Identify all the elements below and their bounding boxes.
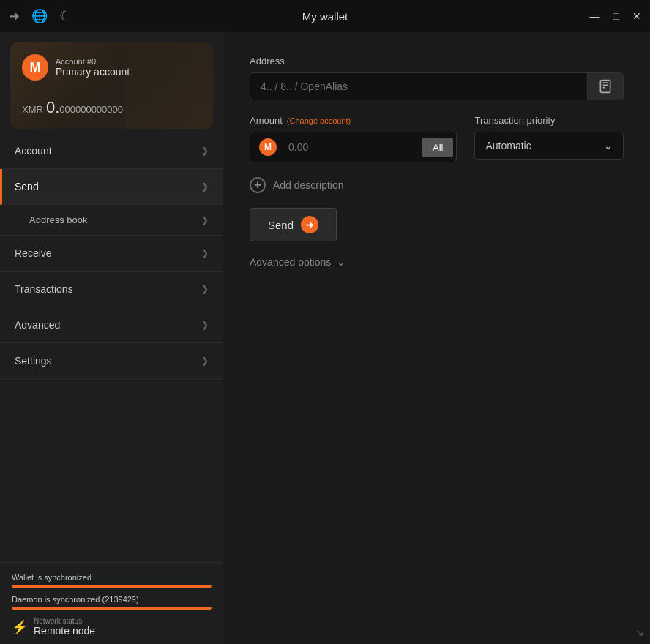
priority-chevron-icon: ⌄ — [604, 140, 613, 151]
wallet-sync-bar — [12, 585, 212, 588]
address-book-chevron-icon: ❯ — [201, 215, 209, 225]
add-description[interactable]: + Add description — [250, 177, 624, 193]
settings-chevron-icon: ❯ — [201, 356, 209, 366]
sidebar-item-transactions[interactable]: Transactions ❯ — [0, 272, 223, 307]
address-label: Address — [250, 56, 624, 67]
receive-chevron-icon: ❯ — [201, 248, 209, 258]
sidebar: M Account #0 Primary account XMR0.000000… — [0, 32, 223, 644]
amount-label-row: Amount (Change account) — [250, 115, 457, 126]
app-title: My wallet — [302, 10, 348, 23]
wallet-balance: XMR0.000000000000 — [22, 98, 201, 117]
sidebar-item-account[interactable]: Account ❯ — [0, 133, 223, 169]
address-input[interactable] — [250, 73, 587, 100]
send-label: Send — [15, 181, 39, 192]
amount-input-row: M All — [250, 132, 457, 162]
add-description-icon: + — [250, 177, 266, 193]
advanced-options-toggle[interactable]: Advanced options ⌄ — [250, 256, 624, 268]
wallet-card: M Account #0 Primary account XMR0.000000… — [10, 42, 213, 129]
network-status: ⚡ Network status Remote node — [12, 617, 212, 637]
network-status-value: Remote node — [34, 625, 95, 637]
network-status-label: Network status — [34, 617, 95, 625]
send-icon[interactable]: ➜ — [9, 8, 20, 24]
close-button[interactable]: ✕ — [632, 10, 641, 22]
address-book-button[interactable] — [587, 73, 623, 100]
wallet-sync-label: Wallet is synchronized — [12, 573, 212, 582]
transactions-chevron-icon: ❯ — [201, 284, 209, 294]
svg-rect-0 — [600, 80, 610, 93]
sidebar-item-advanced[interactable]: Advanced ❯ — [0, 307, 223, 343]
resize-handle[interactable]: ↘ — [635, 626, 644, 638]
advanced-label: Advanced — [15, 319, 60, 331]
app-body: M Account #0 Primary account XMR0.000000… — [0, 32, 650, 644]
advanced-options-label: Advanced options — [250, 256, 331, 268]
change-account-link[interactable]: (Change account) — [287, 116, 351, 125]
titlebar-left-icons: ➜ 🌐 ☾ — [9, 8, 71, 24]
account-label: Account — [15, 145, 52, 157]
minimize-button[interactable]: — — [590, 10, 600, 22]
address-input-row — [250, 72, 624, 100]
balance-decimals: 000000000000 — [59, 104, 123, 115]
monero-logo: M — [22, 54, 48, 80]
monero-small-logo: M — [259, 138, 277, 156]
network-text: Network status Remote node — [34, 617, 95, 637]
account-name: Primary account — [56, 66, 130, 78]
advanced-chevron-icon: ❯ — [201, 320, 209, 330]
daemon-sync-bar — [12, 607, 212, 610]
advanced-chevron-icon: ⌄ — [337, 256, 345, 268]
wallet-sync-fill — [12, 585, 212, 588]
all-button[interactable]: All — [422, 138, 453, 157]
sidebar-item-receive[interactable]: Receive ❯ — [0, 236, 223, 272]
amount-priority-section: Amount (Change account) M All Transactio… — [250, 115, 624, 162]
amount-input[interactable] — [285, 134, 419, 160]
nav-section: Account ❯ Send ❯ Address book ❯ Receive … — [0, 133, 223, 562]
main-content: Address Amount (Change account) — [223, 32, 650, 644]
priority-group: Transaction priority Automatic ⌄ — [474, 115, 624, 160]
amount-label: Amount — [250, 115, 283, 126]
moon-icon[interactable]: ☾ — [59, 8, 71, 24]
balance-whole: 0. — [46, 98, 59, 116]
sync-status-area: Wallet is synchronized Daemon is synchro… — [0, 562, 223, 644]
settings-label: Settings — [15, 355, 52, 367]
maximize-button[interactable]: □ — [613, 10, 619, 22]
sidebar-item-settings[interactable]: Settings ❯ — [0, 343, 223, 379]
globe-icon[interactable]: 🌐 — [31, 8, 48, 24]
priority-label: Transaction priority — [474, 115, 624, 126]
daemon-sync-label: Daemon is synchronized (2139429) — [12, 595, 212, 604]
address-section: Address — [250, 56, 624, 100]
amount-monero-icon: M — [250, 132, 285, 162]
send-chevron-icon: ❯ — [201, 181, 209, 192]
address-book-label: Address book — [29, 214, 88, 225]
wallet-info: Account #0 Primary account — [56, 57, 130, 78]
sidebar-item-address-book[interactable]: Address book ❯ — [0, 205, 223, 236]
lightning-icon: ⚡ — [12, 619, 28, 635]
send-arrow-icon: ➜ — [301, 216, 318, 233]
currency-label: XMR — [22, 104, 43, 115]
transactions-label: Transactions — [15, 283, 73, 295]
send-button-area: Send ➜ — [250, 208, 624, 242]
add-description-label: Add description — [273, 179, 344, 191]
priority-select[interactable]: Automatic ⌄ — [474, 132, 624, 160]
amount-group: Amount (Change account) M All — [250, 115, 457, 162]
priority-value: Automatic — [485, 140, 531, 151]
receive-label: Receive — [15, 247, 52, 259]
window-controls: — □ ✕ — [590, 10, 641, 22]
account-chevron-icon: ❯ — [201, 146, 209, 156]
send-button-label: Send — [268, 219, 294, 231]
titlebar: ➜ 🌐 ☾ My wallet — □ ✕ — [0, 0, 650, 32]
monero-symbol: M — [30, 60, 41, 75]
account-number: Account #0 — [56, 57, 130, 66]
send-button[interactable]: Send ➜ — [250, 208, 337, 242]
sidebar-item-send[interactable]: Send ❯ — [0, 169, 223, 205]
daemon-sync-fill — [12, 607, 212, 610]
